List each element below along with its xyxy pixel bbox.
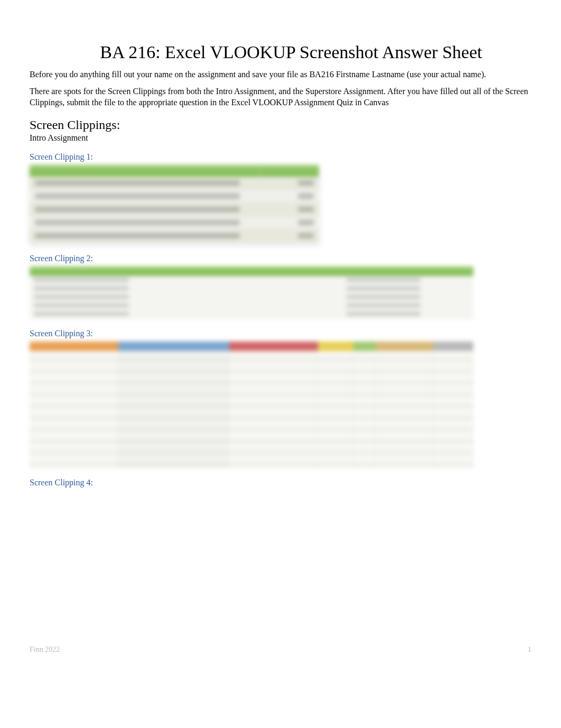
footer: Finn 2022 1 <box>30 646 531 654</box>
page-title: BA 216: Excel VLOOKUP Screenshot Answer … <box>51 42 531 62</box>
clip-2-label: Screen Clipping 2: <box>30 254 531 263</box>
clip-3-label: Screen Clipping 3: <box>30 329 531 338</box>
clip-4-label: Screen Clipping 4: <box>30 478 531 487</box>
subsection-label: Intro Assignment <box>30 133 531 143</box>
screenshot-2 <box>30 266 473 319</box>
clip-1-label: Screen Clipping 1: <box>30 152 531 162</box>
intro-paragraph-1: Before you do anything fill out your nam… <box>30 69 531 80</box>
screenshot-1 <box>30 165 319 244</box>
footer-author: Finn 2022 <box>30 646 60 654</box>
page-number: 1 <box>528 646 531 654</box>
intro-paragraph-2: There are spots for the Screen Clippings… <box>30 86 531 108</box>
screenshot-3 <box>30 342 473 468</box>
section-heading: Screen Clippings: <box>30 118 531 132</box>
